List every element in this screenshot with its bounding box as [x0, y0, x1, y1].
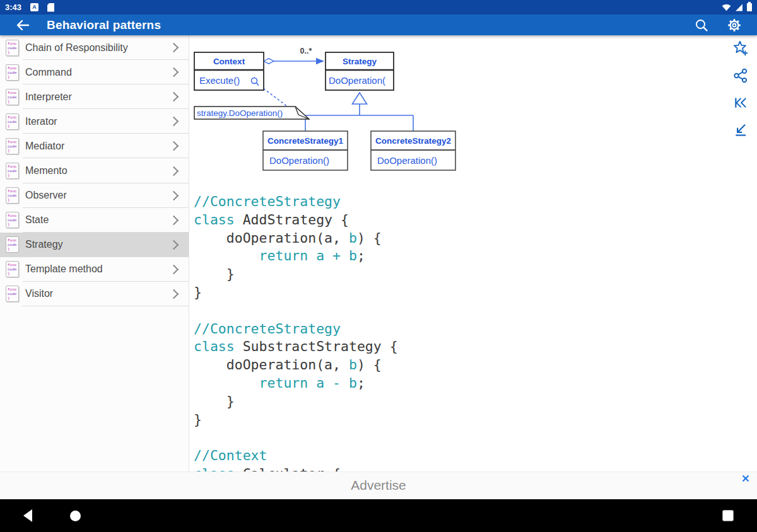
clock: 3:43 — [5, 3, 21, 12]
sidebar-item-memento[interactable]: func {code}Memento — [0, 158, 189, 183]
code-file-icon: func {code} — [6, 212, 19, 228]
code-file-icon: func {code} — [6, 40, 19, 56]
sidebar-item-label: Strategy — [25, 239, 63, 250]
sidebar-item-state[interactable]: func {code}State — [0, 208, 189, 233]
code-line: return a - b; — [194, 374, 730, 393]
scroll-to-bottom-icon[interactable] — [732, 121, 749, 139]
code-line: class SubstractStrategy { — [194, 338, 730, 356]
android-nav-bar — [0, 499, 757, 532]
concrete-strategy2-title: ConcreteStrategy2 — [375, 136, 451, 146]
sidebar-item-label: Interpreter — [25, 91, 72, 103]
code-file-icon: func {code} — [6, 187, 19, 204]
context-method: Execute() — [199, 75, 240, 86]
uml-strategy-diagram: 0..* Context Execute() Strategy DoOperat… — [189, 38, 486, 183]
sidebar-item-chain-of-responsibility[interactable]: func {code}Chain of Responsibility — [0, 35, 189, 60]
right-toolbar — [732, 40, 749, 148]
sidebar-item-label: State — [25, 214, 49, 226]
ad-banner[interactable]: Advertise — [0, 471, 757, 499]
code-file-icon: func {code} — [6, 113, 19, 130]
code-file-icon: func {code} — [6, 236, 19, 253]
pattern-list-sidebar: func {code}Chain of Responsibilityfunc {… — [0, 35, 189, 471]
chevron-right-icon — [169, 117, 179, 127]
code-file-icon: func {code} — [6, 163, 19, 179]
sidebar-item-interpreter[interactable]: func {code}Interpreter — [0, 84, 189, 109]
status-bar: 3:43 A — [0, 0, 757, 14]
status-right — [722, 3, 752, 11]
chevron-right-icon — [169, 166, 179, 176]
sim-icon — [47, 3, 54, 12]
recents-square-icon[interactable] — [713, 499, 743, 532]
code-line: } — [194, 265, 730, 284]
context-class-title: Context — [213, 57, 245, 66]
sidebar-item-label: Memento — [25, 165, 67, 176]
code-file-icon: func {code} — [6, 89, 19, 105]
code-block: //ConcreteStrategyclass AddStrategy { do… — [194, 193, 730, 471]
code-line: //ConcreteStrategy — [194, 193, 730, 211]
close-icon[interactable] — [741, 474, 751, 484]
sidebar-item-label: Template method — [25, 263, 103, 275]
app-notification-icon: A — [30, 3, 38, 11]
multiplicity-label: 0..* — [300, 47, 312, 55]
sidebar-item-visitor[interactable]: func {code}Visitor — [0, 282, 189, 306]
aggregation-diamond — [264, 59, 274, 64]
sidebar-item-label: Observer — [25, 190, 67, 201]
code-line: return a + b; — [194, 247, 730, 265]
code-line: doOperation(a, b) { — [194, 356, 730, 374]
code-line — [194, 429, 730, 447]
chevron-right-icon — [169, 240, 179, 250]
home-circle-icon[interactable] — [60, 499, 90, 532]
settings-gear-icon[interactable] — [725, 16, 743, 34]
app-bar: Behavioral patterns — [0, 14, 757, 35]
page-title: Behavioral patterns — [47, 18, 161, 32]
chevron-right-icon — [169, 265, 179, 275]
favorite-add-star-icon[interactable] — [732, 40, 749, 57]
association-arrowhead — [316, 58, 324, 64]
code-file-icon: func {code} — [6, 64, 19, 81]
chevron-right-icon — [169, 92, 179, 102]
sidebar-item-command[interactable]: func {code}Command — [0, 60, 189, 84]
concrete-strategy2-method: DoOperation() — [377, 155, 437, 166]
inheritance-triangle — [353, 93, 367, 104]
concrete-strategy1-method: DoOperation() — [269, 155, 329, 166]
sidebar-item-template-method[interactable]: func {code}Template method — [0, 257, 189, 282]
share-icon[interactable] — [732, 67, 749, 84]
ad-label: Advertise — [0, 478, 757, 493]
strategy-method: DoOperation( — [329, 75, 385, 86]
code-line — [194, 302, 730, 320]
skip-to-start-icon[interactable] — [732, 94, 749, 112]
screen: 3:43 A Behavioral patterns — [0, 0, 757, 532]
uml-note-text: strategy.DoOperation() — [197, 108, 283, 118]
sidebar-item-label: Mediator — [25, 141, 64, 152]
back-triangle-icon[interactable] — [13, 499, 43, 532]
sidebar-item-label: Iterator — [25, 116, 57, 127]
sidebar-item-mediator[interactable]: func {code}Mediator — [0, 134, 189, 158]
code-line: class Calculator { — [194, 465, 730, 471]
battery-icon — [747, 3, 752, 11]
code-file-icon: func {code} — [6, 286, 19, 302]
code-line: } — [194, 393, 730, 411]
sidebar-item-observer[interactable]: func {code}Observer — [0, 183, 189, 208]
code-line: } — [194, 284, 730, 302]
back-arrow-icon[interactable] — [14, 16, 32, 34]
code-file-icon: func {code} — [6, 261, 19, 277]
code-line: class AddStrategy { — [194, 211, 730, 229]
sidebar-item-iterator[interactable]: func {code}Iterator — [0, 109, 189, 134]
sidebar-item-label: Visitor — [25, 288, 53, 299]
wifi-icon — [722, 4, 731, 11]
chevron-right-icon — [169, 141, 179, 151]
chevron-right-icon — [169, 289, 179, 299]
status-left: 3:43 A — [5, 3, 54, 12]
chevron-right-icon — [169, 67, 179, 78]
sidebar-item-strategy[interactable]: func {code}Strategy — [0, 233, 189, 257]
concrete-strategy1-title: ConcreteStrategy1 — [267, 136, 344, 146]
strategy-class-title: Strategy — [343, 57, 377, 66]
code-file-icon: func {code} — [6, 138, 19, 154]
code-line: //Context — [194, 447, 730, 465]
signal-icon — [735, 4, 743, 11]
chevron-right-icon — [169, 215, 179, 225]
sidebar-item-label: Command — [25, 67, 72, 78]
search-icon[interactable] — [693, 16, 710, 34]
code-line: } — [194, 411, 730, 429]
code-line: doOperation(a, b) { — [194, 229, 730, 248]
chevron-right-icon — [169, 43, 179, 53]
